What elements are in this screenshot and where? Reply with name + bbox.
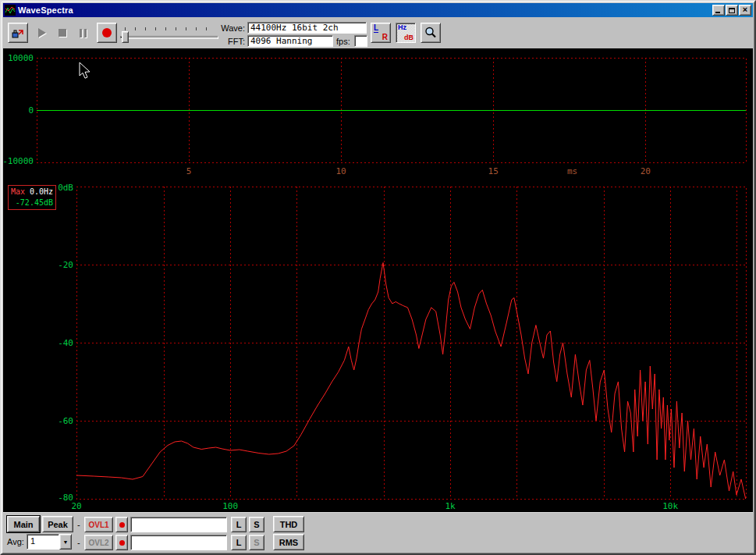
minimize-button[interactable]: [712, 5, 725, 16]
title-bar[interactable]: WaveSpectra ×: [3, 3, 753, 17]
max-level-value: -72.45dB: [11, 197, 53, 208]
play-icon: [38, 28, 46, 37]
play-button: [33, 23, 51, 43]
overlay2-save-button: S: [249, 535, 264, 550]
svg-text:-10000: -10000: [3, 156, 34, 166]
hz-label: Hz: [398, 24, 406, 31]
svg-text:10k: 10k: [662, 501, 678, 511]
hz-db-scale-button[interactable]: Hz dB: [396, 23, 416, 43]
wavespectra-window: WaveSpectra ×: [0, 0, 756, 555]
fps-label: fps:: [336, 37, 350, 46]
svg-text:10000: 10000: [8, 53, 34, 63]
thd-button[interactable]: THD: [273, 516, 304, 532]
window-title: WaveSpectra: [18, 5, 712, 15]
close-button[interactable]: ×: [739, 5, 751, 16]
dash-separator-1: -: [77, 520, 80, 529]
svg-text:15: 15: [488, 166, 499, 176]
toolbar: Wave: 44100Hz 16bit 2ch FFT: 4096 Hannin…: [3, 17, 753, 48]
pause-button: [73, 23, 92, 43]
max-frequency-value: 0.0Hz: [30, 187, 53, 197]
wave-format-field: 44100Hz 16bit 2ch: [247, 22, 367, 34]
channel-lr-button[interactable]: L R: [371, 23, 391, 43]
svg-text:0dB: 0dB: [58, 183, 73, 193]
avg-label: Avg:: [7, 537, 24, 546]
avg-count-select[interactable]: 1 ▼: [27, 534, 72, 550]
overlay1-color-button[interactable]: [115, 517, 128, 532]
record-icon: [102, 28, 112, 37]
fft-settings-field[interactable]: 4096 Hanning: [247, 35, 333, 47]
overlay2-label: OVL2: [88, 539, 108, 547]
svg-text:5: 5: [186, 166, 192, 176]
overlay1-save-label: S: [254, 520, 259, 529]
overlay2-load-button[interactable]: L: [231, 535, 247, 550]
overlay1-load-label: L: [236, 520, 242, 529]
peak-button-label: Peak: [48, 520, 68, 529]
overlay2-load-label: L: [236, 538, 242, 547]
svg-text:1k: 1k: [445, 501, 456, 511]
control-bar: Main Peak - OVL1 L S THD Avg: 1 ▼ - OVL2: [3, 512, 753, 552]
svg-text:10: 10: [336, 166, 346, 176]
max-label: Max: [11, 187, 25, 196]
svg-text:-20: -20: [58, 260, 73, 270]
slider-thumb[interactable]: [122, 31, 129, 43]
app-icon[interactable]: [5, 5, 16, 16]
rms-button[interactable]: RMS: [273, 534, 304, 550]
dash-separator-2: -: [77, 538, 80, 547]
fft-label: FFT:: [202, 37, 245, 46]
wave-label: Wave:: [202, 23, 245, 33]
max-readout: Max 0.0Hz -72.45dB: [8, 185, 56, 210]
zoom-button[interactable]: [421, 23, 441, 43]
stop-icon: [59, 29, 66, 37]
overlay1-color-dot: [119, 522, 125, 528]
avg-count-value: 1: [27, 534, 59, 550]
svg-text:100: 100: [222, 501, 238, 511]
overlay2-color-button[interactable]: [115, 535, 128, 550]
record-button[interactable]: [97, 23, 117, 43]
pause-icon: [80, 29, 87, 37]
chevron-down-icon[interactable]: ▼: [59, 534, 72, 550]
right-channel-label: R: [382, 34, 388, 41]
slider-ticks: [125, 27, 214, 30]
overlay1-load-button[interactable]: L: [231, 517, 247, 532]
overlay1-label: OVL1: [88, 521, 108, 529]
overlay2-comment-input[interactable]: [130, 535, 227, 550]
overlay2-button: OVL2: [84, 535, 113, 550]
overlay1-button[interactable]: OVL1: [84, 517, 113, 532]
fps-value-field: [354, 35, 367, 47]
db-label: dB: [404, 34, 413, 41]
minimize-icon: [715, 12, 720, 13]
main-view-button[interactable]: Main: [7, 516, 40, 532]
overlay1-save-button[interactable]: S: [249, 517, 264, 532]
overlay1-comment-input[interactable]: [130, 517, 227, 532]
svg-text:20: 20: [641, 166, 651, 176]
svg-text:-60: -60: [58, 416, 73, 426]
oscilloscope-panel: 5101520ms100000-10000: [3, 48, 753, 180]
main-button-label: Main: [13, 520, 33, 529]
svg-text:ms: ms: [567, 166, 577, 176]
rms-label: RMS: [279, 538, 298, 547]
spectrum-chart: 201001k10k0dB-20-40-60-80: [3, 180, 756, 515]
svg-text:-80: -80: [58, 493, 73, 503]
magnifier-icon: [424, 26, 438, 40]
svg-text:-40: -40: [58, 338, 73, 348]
stop-button: [53, 23, 72, 43]
svg-text:0: 0: [28, 105, 34, 116]
left-channel-label: L: [374, 24, 378, 33]
wave-device-icon: [11, 26, 25, 40]
close-icon: ×: [743, 5, 747, 14]
overlay2-color-dot: [119, 540, 125, 546]
spectrum-panel: 201001k10k0dB-20-40-60-80 Max 0.0Hz -72.…: [3, 180, 753, 515]
maximize-button[interactable]: [726, 5, 738, 16]
maximize-icon: [729, 8, 735, 13]
mouse-cursor: [80, 62, 90, 78]
overlay2-save-label: S: [254, 538, 259, 547]
peak-view-button[interactable]: Peak: [42, 516, 73, 532]
device-button[interactable]: [8, 23, 28, 43]
oscilloscope-chart: 5101520ms100000-10000: [3, 48, 756, 180]
thd-label: THD: [280, 520, 298, 529]
